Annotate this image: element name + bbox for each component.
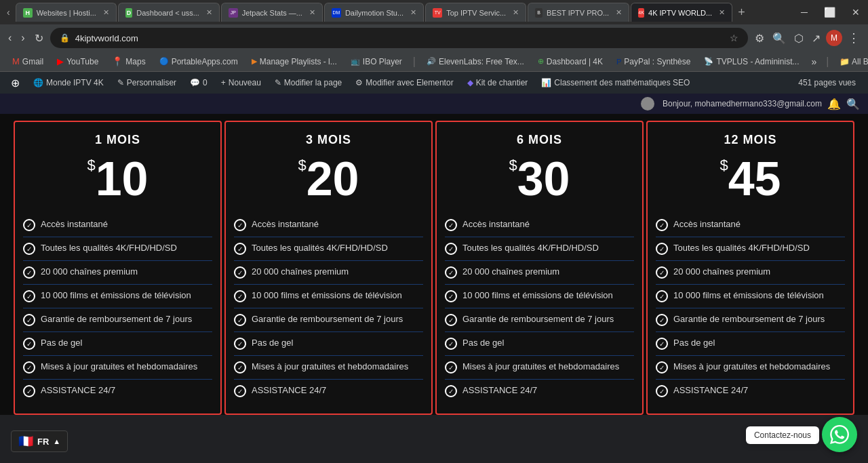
check-icon: ✓	[445, 385, 457, 397]
tab-close-5[interactable]: ✕	[513, 8, 519, 17]
wp-item-comments[interactable]: 💬 0	[184, 72, 213, 94]
forward-button[interactable]: ›	[18, 29, 27, 47]
plan-feature: ✓Garantie de remboursement de 7 jours	[234, 308, 423, 332]
wp-comments-icon: 💬	[190, 78, 200, 87]
wp-item-customize[interactable]: ✎ Personnaliser	[112, 72, 182, 94]
bookmark-portableapps[interactable]: 🔵 PortableApps.com	[154, 56, 243, 68]
bookmark-label-portableapps: PortableApps.com	[172, 57, 238, 66]
tab-close-6[interactable]: ✕	[616, 8, 622, 17]
browser-menu-button[interactable]: ⋮	[845, 31, 863, 45]
plan-card-4: 12 MOIS$45✓Accès instantané✓Toutes les q…	[646, 121, 854, 415]
bookmark-star-icon[interactable]: ☆	[730, 33, 738, 43]
check-icon: ✓	[23, 266, 35, 279]
plan-feature: ✓20 000 chaînes premium	[234, 261, 423, 285]
tab-label-7: 4K IPTV WORLD...	[648, 9, 712, 17]
wp-item-logo[interactable]: ⊕	[5, 72, 25, 94]
language-selector[interactable]: 🇫🇷 FR ▲	[11, 430, 68, 452]
toolbar-icons: ⚙ 🔍 ⬡ ↗ M ⋮	[752, 29, 863, 47]
back-button[interactable]: ‹	[5, 29, 14, 47]
tab-websites[interactable]: H Websites | Hosti... ✕	[16, 3, 117, 22]
plan-feature: ✓Toutes les qualités 4K/FHD/HD/SD	[445, 237, 634, 261]
plan-feature: ✓Pas de gel	[656, 332, 845, 356]
plan-title-1: 1 MOIS	[23, 133, 212, 147]
whatsapp-icon	[830, 425, 849, 444]
tab-scroll-left[interactable]: ‹	[3, 4, 14, 20]
bookmark-label-gmail: Gmail	[22, 57, 43, 66]
tab-label-4: Dailymotion Stu...	[345, 9, 403, 17]
all-bookmarks-button[interactable]: 📁 All Bookmarks	[834, 56, 868, 68]
bookmark-ibo[interactable]: 📺 IBO Player	[345, 56, 408, 68]
bookmark-tvplus[interactable]: 📡 TVPLUS - Admininist...	[698, 56, 804, 68]
check-icon: ✓	[656, 290, 668, 302]
wp-logo-icon: ⊕	[11, 77, 20, 89]
bookmarks-bar: M Gmail ▶ YouTube 📍 Maps 🔵 PortableApps.…	[0, 52, 868, 72]
currency-symbol: $	[509, 157, 517, 174]
tab-dailymotion[interactable]: DM Dailymotion Stu... ✕	[324, 3, 424, 22]
tab-topiptv[interactable]: TV Top IPTV Servic... ✕	[425, 3, 526, 22]
plan-price-1: $10	[23, 155, 212, 203]
tab-close-7[interactable]: ✕	[719, 8, 725, 17]
plan-feature: ✓10 000 films et émissions de télévision	[656, 285, 845, 308]
check-icon: ✓	[23, 219, 35, 231]
user-avatar[interactable]: M	[826, 30, 842, 46]
feature-text: Pas de gel	[462, 338, 504, 348]
tab-close-3[interactable]: ✕	[309, 8, 315, 17]
bookmark-youtube[interactable]: ▶ YouTube	[52, 55, 104, 68]
tab-bestiptv[interactable]: B BEST IPTV PRO... ✕	[528, 3, 629, 22]
tab-close-4[interactable]: ✕	[410, 8, 416, 17]
maximize-button[interactable]: ⬜	[818, 5, 841, 19]
wp-item-new[interactable]: + Nouveau	[216, 72, 267, 94]
whatsapp-tooltip: Contactez-nous	[746, 426, 819, 444]
wp-admin-bar: ⊕ 🌐 Monde IPTV 4K ✎ Personnaliser 💬 0 + …	[0, 72, 868, 94]
tab-close-2[interactable]: ✕	[206, 8, 212, 17]
reload-button[interactable]: ↻	[32, 29, 46, 47]
wp-item-edit-page[interactable]: ✎ Modifier la page	[269, 72, 347, 94]
feature-text: 10 000 films et émissions de télévision	[41, 290, 191, 300]
plan-price-3: $30	[445, 155, 634, 203]
feature-text: Toutes les qualités 4K/FHD/HD/SD	[252, 243, 388, 253]
plan-feature: ✓Toutes les qualités 4K/FHD/HD/SD	[23, 237, 212, 261]
share-icon[interactable]: ↗	[809, 29, 823, 47]
wp-item-site[interactable]: 🌐 Monde IPTV 4K	[28, 72, 109, 94]
plan-feature: ✓20 000 chaînes premium	[445, 261, 634, 285]
check-icon: ✓	[656, 219, 668, 231]
feature-text: ASSISTANCE 24/7	[673, 385, 748, 395]
bookmark-maps[interactable]: 📍 Maps	[106, 55, 151, 68]
feature-text: Mises à jour gratuites et hebdomadaires	[41, 361, 197, 371]
wp-item-kit[interactable]: ◆ Kit de chantier	[462, 72, 534, 94]
tab-close-1[interactable]: ✕	[103, 8, 109, 17]
wp-item-elementor[interactable]: ⚙ Modifier avec Elementor	[350, 72, 458, 94]
feature-text: Pas de gel	[41, 338, 82, 348]
profile-icon[interactable]: ⬡	[791, 29, 806, 47]
bookmark-label-tvplus: TVPLUS - Admininist...	[716, 57, 799, 66]
tab-dashboard[interactable]: D Dashboard < uss... ✕	[118, 3, 220, 22]
plan-feature: ✓Pas de gel	[445, 332, 634, 356]
wp-item-seo[interactable]: 📊 Classement des mathématiques SEO	[536, 72, 695, 94]
bookmark-elevenlabs[interactable]: 🔊 ElevenLabs: Free Tex...	[421, 56, 530, 68]
elevenlabs-icon: 🔊	[427, 57, 436, 66]
tab-4kiptv[interactable]: 4K 4K IPTV WORLD... ✕	[631, 3, 732, 22]
new-tab-button[interactable]: +	[734, 5, 749, 20]
bookmarks-more-button[interactable]: »	[807, 55, 821, 68]
bookmark-dashboard4k[interactable]: ⊕ Dashboard | 4K	[532, 56, 608, 68]
url-bar[interactable]: 🔒 4kiptvworld.com ☆	[50, 28, 748, 48]
whatsapp-button[interactable]	[822, 417, 857, 452]
wp-elementor-label: Modifier avec Elementor	[366, 78, 453, 87]
close-button[interactable]: ✕	[846, 5, 865, 19]
bookmark-playlists[interactable]: ▶ Manage Playlists - l...	[246, 56, 342, 68]
plan-feature: ✓Mises à jour gratuites et hebdomadaires	[234, 356, 423, 380]
extensions-icon[interactable]: ⚙	[752, 29, 767, 47]
check-icon: ✓	[234, 385, 246, 397]
plan-feature: ✓Mises à jour gratuites et hebdomadaires	[23, 356, 212, 380]
minimize-button[interactable]: ─	[795, 5, 813, 19]
tab-favicon-6: B	[535, 8, 542, 18]
zoom-icon[interactable]: 🔍	[770, 29, 789, 47]
bookmark-gmail[interactable]: M Gmail	[7, 55, 49, 68]
notification-bell-icon[interactable]: 🔔	[827, 98, 841, 110]
whatsapp-tooltip-text: Contactez-nous	[754, 430, 811, 440]
check-icon: ✓	[234, 243, 246, 255]
bookmark-paypal[interactable]: P PayPal : Synthèse	[611, 56, 696, 68]
search-icon[interactable]: 🔍	[846, 98, 860, 110]
tab-jetpack[interactable]: JP Jetpack Stats —... ✕	[221, 3, 323, 22]
notification-bar: Bonjour, mohamedhermano333@gmail.com 🔔 🔍	[0, 94, 868, 114]
